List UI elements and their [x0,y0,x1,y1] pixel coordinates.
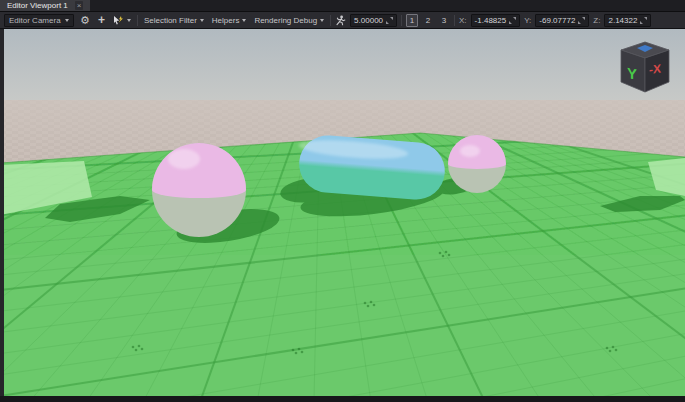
view-preset-1-button[interactable]: 1 [406,14,418,27]
view-preset-3-button[interactable]: 3 [438,14,450,27]
camera-speed-value: 5.00000 [354,16,383,25]
y-coordinate-field[interactable]: -69.07772 [535,14,589,27]
editor-window: Editor Viewport 1 × Editor Camera ⚙ + Se… [0,0,685,402]
viewport-left-frame [0,29,4,396]
view-preset-2-button[interactable]: 2 [422,14,434,27]
gizmo-y-label: Y [627,64,637,83]
chevron-down-icon [127,19,131,22]
x-coordinate-field[interactable]: -1.48825 [471,14,521,27]
camera-settings-button[interactable]: ⚙ [78,14,92,27]
plus-icon: + [98,14,105,27]
toolbar-separator [454,15,455,26]
gear-icon: ⚙ [80,14,90,27]
orientation-gizmo[interactable]: Y -X [621,42,669,92]
y-coordinate-label: Y: [524,16,531,25]
selection-filter-menu[interactable]: Selection Filter [142,16,206,25]
tab-title: Editor Viewport 1 [7,0,68,11]
selection-tool-button[interactable] [111,14,133,27]
toolbar-separator [401,15,402,26]
drag-handle-icon [386,17,393,24]
z-coordinate-value: 2.14322 [608,16,637,25]
camera-select-dropdown[interactable]: Editor Camera [4,14,74,27]
viewport-tab-bar: Editor Viewport 1 × [0,0,685,12]
x-coordinate-value: -1.48825 [475,16,507,25]
toolbar-separator [330,15,331,26]
chevron-down-icon [320,19,324,22]
viewport-canvas[interactable]: Y -X [0,29,685,396]
camera-speed-runner-icon [335,15,346,26]
drag-handle-icon [509,17,516,24]
drag-handle-icon [578,17,585,24]
cursor-bolt-icon [113,15,125,26]
sky [0,29,685,100]
small-sphere-entity[interactable] [448,135,506,193]
toolbar-separator [137,15,138,26]
camera-select-label: Editor Camera [9,16,61,25]
z-coordinate-label: Z: [593,16,600,25]
add-button[interactable]: + [96,14,107,27]
y-coordinate-value: -69.07772 [539,16,575,25]
gizmo-x-label: -X [649,61,661,77]
camera-speed-field[interactable]: 5.00000 [350,14,397,27]
large-sphere-entity[interactable] [152,143,246,237]
viewport-toolbar: Editor Camera ⚙ + Selection Filter Helpe… [0,12,685,29]
helpers-menu[interactable]: Helpers [210,16,249,25]
drag-handle-icon [640,17,647,24]
x-coordinate-label: X: [459,16,467,25]
sphere-highlight [168,149,200,169]
rendering-debug-label: Rendering Debug [254,16,317,25]
viewport-bottom-frame [0,396,685,402]
chevron-down-icon [200,19,204,22]
viewport-3d-scene[interactable]: Y -X [0,29,685,396]
sphere-highlight [460,145,480,157]
tab-editor-viewport-1[interactable]: Editor Viewport 1 × [0,0,90,11]
z-coordinate-field[interactable]: 2.14322 [604,14,651,27]
close-icon[interactable]: × [75,1,84,10]
helpers-label: Helpers [212,16,240,25]
selection-filter-label: Selection Filter [144,16,197,25]
rendering-debug-menu[interactable]: Rendering Debug [252,16,326,25]
chevron-down-icon [242,19,246,22]
chevron-down-icon [65,19,69,22]
